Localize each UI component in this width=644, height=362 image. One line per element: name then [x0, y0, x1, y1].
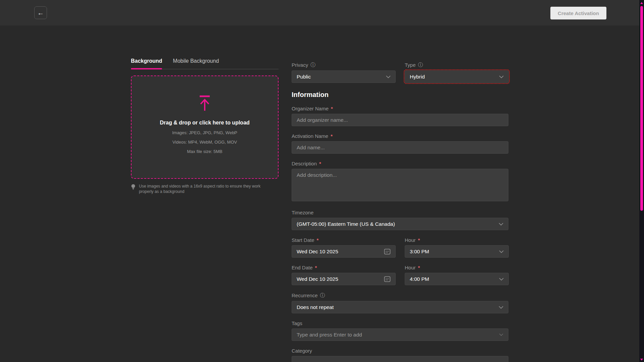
required-marker: *: [418, 237, 420, 243]
description-group: Description *: [292, 161, 508, 203]
description-label: Description: [292, 161, 317, 166]
lightbulb-icon: [131, 184, 136, 190]
start-date-picker[interactable]: Wed Dec 10 2025: [292, 245, 396, 258]
chevron-down-icon: [499, 75, 504, 78]
chevron-down-icon: [499, 223, 503, 225]
category-label: Category: [292, 348, 312, 354]
privacy-value: Public: [297, 74, 311, 80]
scroll-up-arrow-icon[interactable]: [640, 2, 643, 4]
activation-name-input[interactable]: [292, 141, 508, 154]
back-arrow-icon: ←: [37, 9, 44, 17]
start-date-value: Wed Dec 10 2025: [297, 249, 338, 255]
end-hour-value: 4:00 PM: [410, 276, 429, 282]
chevron-down-icon: [386, 75, 391, 78]
end-hour-label: Hour: [405, 265, 416, 270]
end-date-group: End Date * Wed Dec 10 2025: [292, 265, 396, 285]
tags-input[interactable]: Type and press Enter to add: [292, 328, 508, 341]
privacy-group: Privacy ⓘ Public: [292, 62, 396, 83]
upload-arrow-icon: [198, 95, 211, 111]
type-value: Hybrid: [410, 74, 425, 80]
start-date-group: Start Date * Wed Dec 10 2025: [292, 237, 396, 258]
end-date-value: Wed Dec 10 2025: [297, 276, 338, 282]
scrollbar-thumb[interactable]: [640, 6, 643, 211]
calendar-icon: [384, 248, 391, 255]
required-marker: *: [319, 161, 321, 166]
chevron-down-icon: [499, 333, 503, 336]
end-hour-select[interactable]: 4:00 PM: [405, 273, 509, 285]
scroll-down-arrow-icon[interactable]: [640, 359, 643, 361]
type-label: Type: [405, 62, 416, 68]
tags-group: Tags Type and press Enter to add: [292, 320, 508, 341]
activation-name-label: Activation Name: [292, 133, 328, 139]
end-date-picker[interactable]: Wed Dec 10 2025: [292, 273, 396, 285]
type-select[interactable]: Hybrid: [405, 70, 509, 83]
dropzone-title: Drag & drop or click here to upload: [160, 120, 250, 126]
dropzone-images-formats: Images: JPEG, JPG, PNG, WebP: [172, 130, 237, 135]
top-bar: ← Create Activation: [0, 0, 644, 25]
recurrence-select[interactable]: Does not repeat: [292, 301, 508, 313]
tags-label: Tags: [292, 320, 302, 326]
start-date-label: Start Date: [292, 237, 314, 243]
recurrence-info-icon[interactable]: ⓘ: [320, 292, 325, 299]
create-activation-button[interactable]: Create Activation: [550, 7, 606, 19]
background-tabs: Background Mobile Background: [131, 58, 279, 69]
recurrence-label: Recurrence: [292, 293, 318, 298]
category-group: Category: [292, 348, 508, 362]
organizer-name-group: Organizer Name *: [292, 106, 508, 126]
chevron-down-icon: [499, 306, 503, 309]
dropzone-videos-formats: Videos: MP4, WebM, OGG, MOV: [172, 140, 237, 145]
privacy-select[interactable]: Public: [292, 70, 396, 83]
timezone-label: Timezone: [292, 210, 313, 215]
chevron-down-icon: [499, 250, 504, 253]
vertical-scrollbar[interactable]: [639, 0, 644, 362]
start-hour-value: 3:00 PM: [410, 249, 429, 255]
end-hour-group: Hour * 4:00 PM: [405, 265, 509, 285]
tab-mobile-background[interactable]: Mobile Background: [173, 58, 219, 64]
recurrence-group: Recurrence ⓘ Does not repeat: [292, 292, 508, 313]
organizer-name-input[interactable]: [292, 114, 508, 126]
aspect-ratio-hint: Use images and videos with a 16x9 aspect…: [131, 184, 268, 194]
description-textarea[interactable]: [292, 169, 508, 201]
create-activation-page: ← Create Activation Background Mobile Ba…: [0, 0, 644, 362]
organizer-name-label: Organizer Name: [292, 106, 329, 111]
recurrence-value: Does not repeat: [297, 304, 334, 310]
activation-name-group: Activation Name *: [292, 133, 508, 154]
aspect-ratio-hint-text: Use images and videos with a 16x9 aspect…: [139, 184, 268, 194]
start-hour-select[interactable]: 3:00 PM: [405, 245, 509, 258]
calendar-icon: [384, 276, 391, 282]
tags-placeholder: Type and press Enter to add: [297, 332, 362, 338]
tab-background[interactable]: Background: [131, 58, 162, 64]
required-marker: *: [418, 265, 420, 270]
timezone-select[interactable]: (GMT-05:00) Eastern Time (US & Canada): [292, 218, 508, 230]
type-info-icon[interactable]: ⓘ: [418, 62, 423, 68]
file-dropzone[interactable]: Drag & drop or click here to upload Imag…: [131, 75, 279, 179]
information-section-title: Information: [292, 91, 508, 99]
privacy-label: Privacy: [292, 62, 308, 68]
category-select[interactable]: [292, 356, 508, 362]
background-upload-panel: Background Mobile Background Drag & drop…: [131, 58, 279, 194]
chevron-down-icon: [499, 278, 504, 280]
start-hour-label: Hour: [405, 237, 416, 243]
required-marker: *: [331, 106, 333, 111]
type-group: Type ⓘ Hybrid: [405, 62, 509, 83]
timezone-group: Timezone (GMT-05:00) Eastern Time (US & …: [292, 210, 508, 230]
activation-form: Privacy ⓘ Public Type ⓘ Hybrid: [292, 55, 508, 362]
required-marker: *: [331, 133, 333, 139]
required-marker: *: [317, 237, 319, 243]
privacy-info-icon[interactable]: ⓘ: [310, 62, 315, 68]
dropzone-max-size: Max file size: 5MB: [187, 149, 222, 154]
end-date-label: End Date: [292, 265, 313, 270]
start-hour-group: Hour * 3:00 PM: [405, 237, 509, 258]
required-marker: *: [315, 265, 317, 270]
back-button[interactable]: ←: [34, 6, 47, 19]
timezone-value: (GMT-05:00) Eastern Time (US & Canada): [297, 221, 395, 227]
